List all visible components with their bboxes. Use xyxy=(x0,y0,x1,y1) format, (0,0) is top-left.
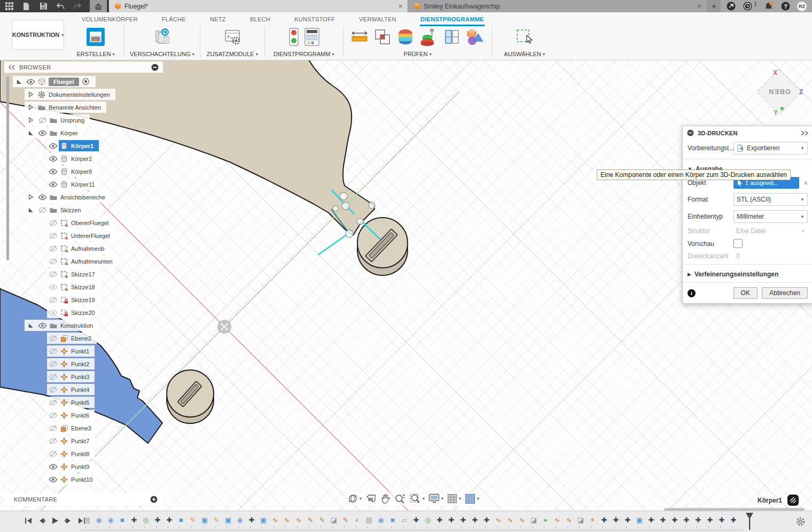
3d-print-icon[interactable] xyxy=(87,28,105,46)
tree-item-benannte-ansichten[interactable]: Benannte Ansichten xyxy=(25,102,106,113)
timeline-feature-spline-icon[interactable]: ∿ xyxy=(551,514,563,525)
activate-component-radio-icon[interactable] xyxy=(82,78,90,86)
select-icon[interactable] xyxy=(515,28,534,46)
format-dropdown[interactable]: STL (ASCII) ▼ xyxy=(733,193,808,206)
fit-zoom-icon[interactable]: ▾ xyxy=(410,494,425,504)
timeline-feature-joint-icon[interactable]: ◉ xyxy=(375,514,387,525)
go-to-start-icon[interactable] xyxy=(24,516,33,526)
timeline-feature-spline-icon[interactable]: ∿ xyxy=(293,514,304,525)
job-status-clock-icon[interactable] xyxy=(743,2,752,11)
timeline-feature-origin-icon[interactable]: ◎ xyxy=(422,514,434,525)
visibility-eye-icon[interactable] xyxy=(36,114,48,126)
tree-item-ursprung[interactable]: Ursprung xyxy=(25,114,90,126)
info-icon[interactable]: i xyxy=(688,289,696,297)
visibility-eye-icon[interactable] xyxy=(47,243,59,254)
timeline-feature-spline-icon[interactable]: ∿ xyxy=(563,514,575,525)
timeline-feature-mirror-icon[interactable]: ◐ xyxy=(352,514,363,525)
validate-shapes-icon[interactable] xyxy=(465,28,486,46)
timeline-feature-cut-icon[interactable]: ◪ xyxy=(528,514,540,525)
undo-icon[interactable] xyxy=(56,2,65,11)
erstellen-dropdown[interactable]: ERSTELLEN▾ xyxy=(76,51,114,57)
expander-closed-icon[interactable] xyxy=(25,89,36,100)
expander-closed-icon[interactable] xyxy=(25,191,36,203)
visibility-eye-icon[interactable] xyxy=(36,320,48,331)
tree-item-aufnahmeunten[interactable]: Aufnahmeunten xyxy=(47,256,118,267)
visibility-eye-icon[interactable] xyxy=(36,204,48,215)
visibility-eye-icon[interactable] xyxy=(47,435,59,446)
tab-flaeche[interactable]: FLÄCHE xyxy=(161,14,186,26)
add-comment-icon[interactable] xyxy=(150,496,158,503)
timeline-feature-move-icon[interactable]: ✚ xyxy=(645,514,657,525)
timeline-feature-move-icon[interactable]: ✚ xyxy=(692,514,704,525)
browser-header[interactable]: BROWSER xyxy=(4,61,163,73)
document-tab-active[interactable]: Fluegel* × xyxy=(109,0,408,12)
tree-item-körper11[interactable]: Körper11 xyxy=(47,179,100,190)
tree-item-obererfluegel[interactable]: ObererFluegel xyxy=(47,217,114,228)
visibility-eye-icon[interactable] xyxy=(25,76,36,87)
timeline-feature-move-icon[interactable]: ✚ xyxy=(657,514,669,525)
extensions-icon[interactable] xyxy=(726,2,736,11)
comments-bar[interactable]: KOMMENTARE xyxy=(4,493,163,506)
notifications-bell-icon[interactable] xyxy=(764,2,774,11)
tree-item-körper1[interactable]: Körper1 xyxy=(47,140,99,151)
look-at-icon[interactable] xyxy=(365,494,377,504)
collapse-all-icon[interactable] xyxy=(151,64,159,71)
timeline-feature-joint-icon[interactable]: ◉ xyxy=(93,514,105,525)
timeline-feature-plane-icon[interactable]: ▤ xyxy=(363,514,375,525)
visibility-eye-icon[interactable] xyxy=(47,166,59,177)
tab-kunststoff[interactable]: KUNSTSTOFF xyxy=(294,14,335,26)
tab-volumenkoerper[interactable]: VOLUMENKÖRPER xyxy=(81,14,138,26)
expander-closed-icon[interactable] xyxy=(25,102,36,113)
tree-item-körper8[interactable]: Körper8 xyxy=(47,166,97,177)
timeline-feature-move-icon[interactable]: ✚ xyxy=(434,514,446,525)
timeline-feature-cubes-icon[interactable]: ▣ xyxy=(634,514,645,525)
tree-item-punkt2[interactable]: Punkt2 xyxy=(47,358,95,369)
dialog-header[interactable]: 3D-DRUCKEN xyxy=(683,126,812,140)
timeline-feature-spline-icon[interactable]: ∿ xyxy=(504,514,516,525)
timeline-feature-cut-icon[interactable]: ◪ xyxy=(328,514,340,525)
timeline-feature-sketch-edit-icon[interactable]: ✎ xyxy=(316,514,328,525)
home-icon[interactable] xyxy=(90,0,107,12)
preview-checkbox[interactable] xyxy=(733,239,743,248)
timeline-feature-move-icon[interactable]: ✚ xyxy=(610,514,622,525)
tree-item-skizze19[interactable]: Skizze19 xyxy=(47,294,100,305)
visibility-eye-icon[interactable] xyxy=(47,474,59,485)
tree-item-skizzen[interactable]: Skizzen xyxy=(25,204,87,215)
display-settings-icon[interactable]: ▾ xyxy=(428,494,443,504)
visibility-eye-icon[interactable] xyxy=(47,422,59,434)
tree-item-dokumenteinstellungen[interactable]: Dokumenteinstellungen xyxy=(25,89,115,100)
tree-item-körper[interactable]: Körper xyxy=(25,127,83,138)
tree-item-skizze17[interactable]: Skizze17 xyxy=(47,268,100,280)
tab-netz[interactable]: NETZ xyxy=(209,14,227,26)
tree-item-konstruktion[interactable]: Konstruktion xyxy=(25,320,98,331)
tree-item-ebene3[interactable]: Ebene3 xyxy=(47,422,97,434)
tree-item-punkt6[interactable]: Punkt6 xyxy=(47,410,95,421)
timeline-feature-move-icon[interactable]: ✚ xyxy=(152,514,163,525)
timeline-feature-cubes-icon[interactable]: ▣ xyxy=(199,514,210,525)
tree-item-untererfluegel[interactable]: UntererFluegel xyxy=(47,230,115,241)
redo-icon[interactable] xyxy=(73,2,82,11)
section-analysis-icon[interactable] xyxy=(419,27,439,47)
timeline-feature-move-icon[interactable]: ✚ xyxy=(457,514,469,525)
visibility-eye-icon[interactable] xyxy=(47,294,59,305)
visibility-eye-icon[interactable] xyxy=(47,217,59,228)
addins-icon[interactable] xyxy=(223,28,241,46)
tree-item-körper2[interactable]: Körper2 xyxy=(47,153,97,164)
timeline-feature-new-body-icon[interactable]: ✦ xyxy=(587,514,598,525)
timeline-feature-move-icon[interactable]: ✚ xyxy=(716,514,728,525)
document-tab-inactive[interactable]: Smiley Einkaufswagenchip × xyxy=(408,0,707,12)
visibility-eye-icon[interactable] xyxy=(36,191,48,203)
grid-display-icon[interactable]: ▾ xyxy=(447,494,461,504)
traffic-light-icon[interactable] xyxy=(288,27,300,47)
curvature-analysis-icon[interactable] xyxy=(396,28,415,46)
dialog-collapse-icon[interactable] xyxy=(687,129,694,136)
pan-icon[interactable] xyxy=(380,494,391,504)
user-avatar[interactable]: RZ xyxy=(797,2,807,11)
tree-item-punkt5[interactable]: Punkt5 xyxy=(47,397,95,408)
tab-dienstprogramme[interactable]: DIENSTPROGRAMME xyxy=(420,14,485,26)
timeline-feature-joint-icon[interactable]: ◉ xyxy=(234,514,246,525)
timeline-settings-gear-icon[interactable] xyxy=(795,516,806,527)
timeline-feature-cube-icon[interactable]: ■ xyxy=(116,514,128,525)
close-tab-icon[interactable]: × xyxy=(698,2,702,10)
step-back-icon[interactable] xyxy=(37,516,46,526)
